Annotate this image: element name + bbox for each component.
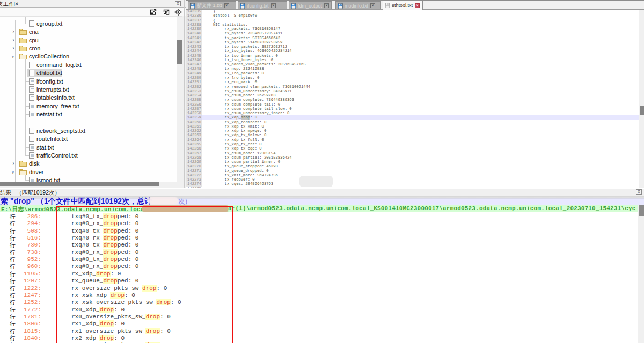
editor-line: NIC statistics: <box>202 23 639 27</box>
tree-horizontal-scrollbar[interactable] <box>0 182 182 187</box>
tab-modinfo-txt[interactable]: modinfo.txtx <box>335 1 381 10</box>
locate-file-icon[interactable] <box>174 9 182 16</box>
expand-all-icon[interactable] <box>149 9 157 16</box>
tree-item-stat-txt[interactable]: stat.txt <box>0 144 182 152</box>
tree-item-command-log-txt[interactable]: command_log.txt <box>0 61 182 69</box>
tab-fdm-output[interactable]: fdm_outputx <box>289 1 332 10</box>
gutter-line-number: 142248 <box>186 66 202 71</box>
tree-item-network-scripts-txt[interactable]: network_scripts.txt <box>0 127 182 135</box>
tab-ifconfig-txt[interactable]: ifconfig.txtx <box>238 1 287 10</box>
gutter-line-number: 142255 <box>186 98 202 102</box>
result-line-number: 1781: <box>0 314 41 320</box>
gutter-line-number: 142247 <box>186 62 202 66</box>
gutter-line-number: 142274 <box>186 182 202 186</box>
tree-item-cron[interactable]: ›cron <box>0 44 182 53</box>
workspace-titlebar: 文件夹工作区 <box>0 0 186 8</box>
tree-item-ethtool-txt[interactable]: ethtool.txt <box>0 69 182 77</box>
result-line-number: 1252: <box>0 299 41 305</box>
editor-line: rx_csum_unnecessary_inner: 0 <box>202 111 639 115</box>
folder-icon <box>19 169 27 175</box>
save-floppy-icon <box>190 3 195 9</box>
editor-vertical-scrollbar[interactable] <box>639 9 644 188</box>
tree-item-interrupts-txt[interactable]: interrupts.txt <box>0 86 182 94</box>
tree-item-ifconfig-txt[interactable]: ifconfig.txt <box>0 78 182 86</box>
result-line-number: 1195: <box>0 271 41 277</box>
editor-line: tx_xmit_more: 569724756 <box>202 173 639 177</box>
chevron-right-icon[interactable]: › <box>12 37 15 43</box>
tree-guide-stub <box>25 131 29 131</box>
file-icon <box>29 111 34 117</box>
tree-item-iptablesinfo-txt[interactable]: iptablesInfo.txt <box>0 94 182 102</box>
tree-item-memory-free-txt[interactable]: memory_free.txt <box>0 102 182 110</box>
search-results-panel: 搜索结果 - （匹配10192次） x 搜索 "drop" （1个文件中匹配到1… <box>0 188 644 343</box>
editor-content[interactable]: }ethtool -S enp1s0f0{NIC statistics: rx_… <box>202 9 639 187</box>
tab--1-txt[interactable]: 新文件 1.txtx <box>188 1 236 10</box>
tree-item-netstat-txt[interactable]: netstat.txt <box>0 110 182 118</box>
editor-line: tx_packets: 507354668642 <box>202 36 639 40</box>
gutter-line-number: 142240 <box>186 31 202 35</box>
tab-close-icon[interactable]: x <box>324 3 329 8</box>
tree-item-cycliccollection[interactable]: ∨cyclicCollection <box>0 53 182 61</box>
workspace-close-button[interactable]: x <box>175 1 181 6</box>
gutter-line-number: 142261 <box>186 124 202 129</box>
result-line-number: 286: <box>0 213 41 220</box>
results-vscroll-thumb[interactable] <box>639 205 644 216</box>
tree-guide-stub <box>25 155 29 156</box>
editor-line: tx_cqes: 204596498793 <box>202 182 639 186</box>
tab-ethtool-txt[interactable]: ethtool.txtx <box>383 1 423 10</box>
chevron-right-icon[interactable]: › <box>12 28 15 34</box>
panel-splitter[interactable] <box>184 0 185 189</box>
result-line-number: 960: <box>0 263 41 270</box>
gutter-line-number: 142259 <box>186 115 202 120</box>
gutter-line-number: 142245 <box>186 54 202 58</box>
workspace-panel: 文件夹工作区 x cgroup.txt›cna›cpu›cron∨cyclicC… <box>0 0 186 189</box>
tree-item-cgroup-txt[interactable]: cgroup.txt <box>0 20 182 28</box>
file-icon <box>29 144 34 151</box>
tab-close-icon[interactable]: x <box>224 3 229 8</box>
tree-vertical-scrollbar[interactable] <box>177 17 182 182</box>
editor-line: tx_bytes: 514607839753959 <box>202 40 639 44</box>
file-icon <box>29 20 34 27</box>
results-title: 搜索结果 - （匹配10192次） <box>0 189 60 197</box>
editor-vscroll-thumb[interactable] <box>640 106 644 115</box>
editor-line: rx_ecn_mark: 0 <box>202 80 639 84</box>
editor-line: tx_added_vlan_packets: 205165957165 <box>202 62 639 66</box>
result-line-number: 516: <box>0 235 41 241</box>
chevron-right-icon[interactable]: › <box>12 45 15 51</box>
tree-item-cna[interactable]: ›cna <box>0 28 182 36</box>
tree-guide-stub <box>25 65 29 65</box>
gutter-line-number: 142253 <box>186 89 202 93</box>
tab-close-icon[interactable]: x <box>370 3 375 8</box>
gutter-line-number: 142238 <box>186 23 202 27</box>
tab-close-icon[interactable]: x <box>415 3 420 8</box>
collapse-all-icon[interactable] <box>163 9 170 16</box>
tree-item-lsmod-txt[interactable]: lsmod.txt <box>0 176 182 182</box>
chevron-down-icon[interactable]: ∨ <box>12 170 14 175</box>
chevron-down-icon[interactable]: ∨ <box>12 55 14 59</box>
save-floppy-icon <box>291 3 296 9</box>
file-icon <box>29 86 34 93</box>
editor-line: tx_queue_dropped: 0 <box>202 169 639 173</box>
tab-close-icon[interactable]: x <box>271 3 276 8</box>
gutter-line-number: 142263 <box>186 133 202 137</box>
tree-guide-stub <box>25 81 29 82</box>
tree-hscroll-thumb[interactable] <box>0 182 159 186</box>
results-vertical-scrollbar[interactable] <box>638 205 644 343</box>
gutter-line-number: 142260 <box>186 120 202 124</box>
editor-line: rx_csum_unnecessary: 34245971 <box>202 89 639 93</box>
tree-item-routeinfo-txt[interactable]: routeInfo.txt <box>0 135 182 143</box>
tree-item-cpu[interactable]: ›cpu <box>0 36 182 44</box>
editor-line: rx_xdp_tx_xmit: 0 <box>202 124 639 129</box>
gutter-line-number: 142269 <box>186 160 202 164</box>
chevron-right-icon[interactable]: › <box>12 160 15 166</box>
tree-guide-stub <box>25 106 29 107</box>
file-icon <box>29 62 34 68</box>
gutter-line-number: 142272 <box>186 173 202 177</box>
tree-vscroll-thumb[interactable] <box>177 40 182 64</box>
file-icon <box>29 152 34 159</box>
result-line-number: 952: <box>0 256 41 263</box>
tree-item-trafficcontrol-txt[interactable]: trafficControl.txt <box>0 152 182 160</box>
results-close-button[interactable]: x <box>636 189 642 195</box>
tree-item-driver[interactable]: ∨driver <box>0 168 182 176</box>
tree-item-disk[interactable]: ›disk <box>0 160 182 168</box>
